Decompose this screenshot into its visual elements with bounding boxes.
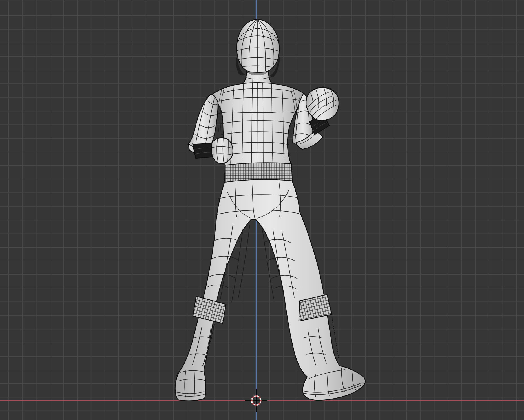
lower-body-legs <box>175 179 365 401</box>
left-fist <box>211 138 233 163</box>
character-model[interactable] <box>175 19 365 401</box>
belt <box>224 163 292 182</box>
3d-cursor <box>245 389 267 412</box>
viewport-overlay <box>0 0 524 420</box>
3d-viewport[interactable] <box>0 0 524 420</box>
helmet-head <box>236 19 280 77</box>
right-fist <box>306 87 339 121</box>
